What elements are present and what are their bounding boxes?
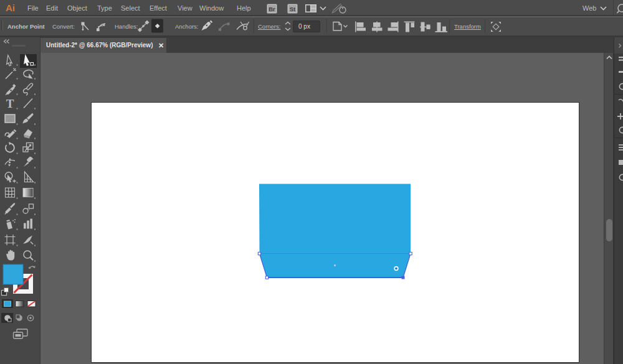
svg-text:T: T <box>6 97 14 110</box>
